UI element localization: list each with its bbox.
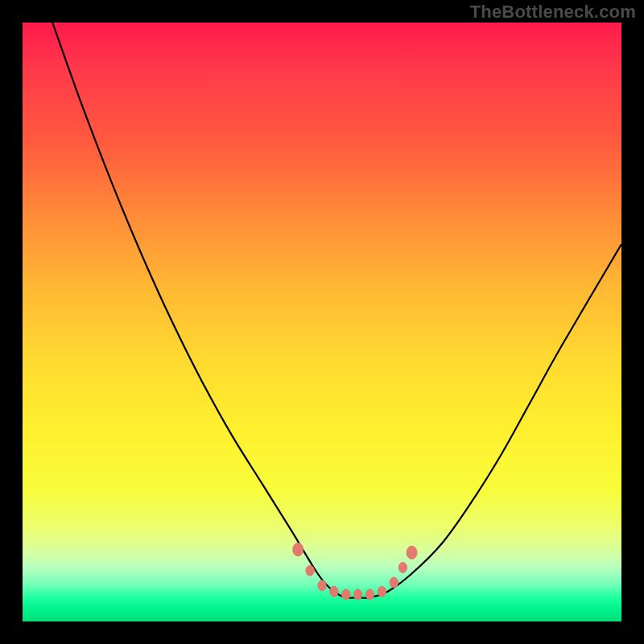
chart-frame: TheBottleneck.com xyxy=(0,0,644,644)
highlight-marker xyxy=(407,546,417,559)
highlight-marker xyxy=(293,543,303,556)
highlight-marker xyxy=(306,565,314,576)
highlight-marker xyxy=(378,586,386,597)
highlight-marker xyxy=(330,586,338,597)
highlight-marker xyxy=(353,589,361,600)
plot-area xyxy=(23,23,621,621)
highlight-marker xyxy=(365,589,374,600)
highlight-marker xyxy=(342,589,350,600)
curve-svg xyxy=(23,23,621,621)
highlight-marker xyxy=(318,580,326,591)
highlight-marker xyxy=(398,563,407,573)
marker-group xyxy=(293,543,417,600)
watermark-text: TheBottleneck.com xyxy=(470,2,636,23)
bottleneck-curve xyxy=(52,23,621,598)
highlight-marker xyxy=(390,577,398,588)
